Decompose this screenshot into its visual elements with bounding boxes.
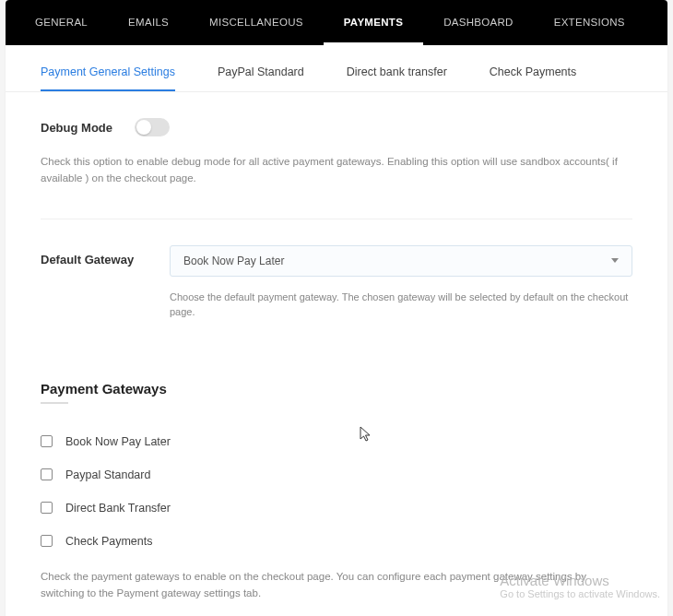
top-nav: GENERAL EMAILS MISCELLANEOUS PAYMENTS DA… bbox=[6, 0, 667, 45]
default-gateway-select[interactable]: Book Now Pay Later bbox=[170, 245, 632, 277]
checkbox[interactable] bbox=[41, 535, 53, 547]
debug-mode-label: Debug Mode bbox=[41, 121, 112, 135]
tab-general[interactable]: GENERAL bbox=[15, 0, 108, 45]
divider bbox=[41, 219, 632, 219]
debug-mode-help: Check this option to enable debug mode f… bbox=[41, 153, 632, 187]
subtab-general-settings[interactable]: Payment General Settings bbox=[41, 45, 175, 91]
gateway-label: Paypal Standard bbox=[65, 468, 150, 481]
chevron-down-icon bbox=[611, 258, 619, 263]
gateway-label: Direct Bank Transfer bbox=[65, 502, 171, 515]
checkbox[interactable] bbox=[41, 468, 53, 480]
gateways-help: Check the payment gateways to enable on … bbox=[41, 568, 632, 602]
title-underline bbox=[41, 402, 68, 404]
payment-gateways-title: Payment Gateways bbox=[41, 381, 632, 397]
tab-extensions[interactable]: EXTENSIONS bbox=[534, 0, 645, 45]
subtab-direct-bank[interactable]: Direct bank transfer bbox=[347, 45, 447, 91]
subtab-check-payments[interactable]: Check Payments bbox=[490, 45, 576, 91]
default-gateway-value: Book Now Pay Later bbox=[183, 255, 284, 267]
gateway-label: Book Now Pay Later bbox=[65, 435, 171, 448]
tab-emails[interactable]: EMAILS bbox=[108, 0, 189, 45]
sub-nav: Payment General Settings PayPal Standard… bbox=[6, 45, 667, 92]
gateway-check-payments[interactable]: Check Payments bbox=[41, 535, 632, 548]
checkbox[interactable] bbox=[41, 435, 53, 447]
default-gateway-help: Choose the default payment gateway. The … bbox=[170, 290, 632, 320]
toggle-knob bbox=[136, 120, 151, 135]
default-gateway-label: Default Gateway bbox=[41, 245, 170, 267]
checkbox[interactable] bbox=[41, 502, 53, 514]
gateway-direct-bank-transfer[interactable]: Direct Bank Transfer bbox=[41, 502, 632, 515]
tab-miscellaneous[interactable]: MISCELLANEOUS bbox=[189, 0, 324, 45]
gateway-label: Check Payments bbox=[65, 535, 152, 548]
debug-mode-toggle[interactable] bbox=[135, 118, 170, 136]
tab-payments[interactable]: PAYMENTS bbox=[324, 0, 423, 45]
gateway-paypal-standard[interactable]: Paypal Standard bbox=[41, 468, 632, 481]
subtab-paypal-standard[interactable]: PayPal Standard bbox=[218, 45, 304, 91]
gateway-book-now-pay-later[interactable]: Book Now Pay Later bbox=[41, 435, 632, 448]
tab-dashboard[interactable]: DASHBOARD bbox=[423, 0, 534, 45]
